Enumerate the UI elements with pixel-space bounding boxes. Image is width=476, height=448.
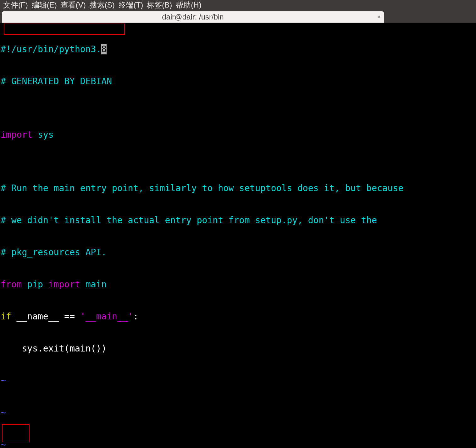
tab-title: dair@dair: /usr/bin [162, 13, 224, 21]
editor-content[interactable]: #!/usr/bin/python3.8 # GENERATED BY DEBI… [1, 23, 475, 448]
code-line-comment: # we didn't install the actual entry poi… [1, 215, 475, 226]
menu-help[interactable]: 帮助(H) [176, 0, 201, 10]
terminal-viewport[interactable]: #!/usr/bin/python3.8 # GENERATED BY DEBI… [0, 23, 476, 448]
code-line-shebang: #!/usr/bin/python3.8 [1, 44, 475, 55]
code-line-import: import sys [1, 130, 475, 140]
menu-tabs[interactable]: 标签(B) [147, 0, 172, 10]
menu-edit[interactable]: 编辑(E) [32, 0, 57, 10]
code-line-comment: # pkg_resources API. [1, 247, 475, 258]
menu-search[interactable]: 搜索(S) [90, 0, 115, 10]
menu-terminal[interactable]: 终端(T) [119, 0, 143, 10]
tab-bar: dair@dair: /usr/bin × [0, 10, 476, 23]
terminal-tab[interactable]: dair@dair: /usr/bin × [2, 11, 384, 23]
menu-bar: 文件(F) 编辑(E) 查看(V) 搜索(S) 终端(T) 标签(B) 帮助(H… [0, 0, 476, 10]
code-line-comment: # Run the main entry point, similarly to… [1, 183, 475, 194]
cursor: 8 [101, 44, 107, 54]
code-line-comment: # GENERATED BY DEBIAN [1, 76, 475, 87]
menu-view[interactable]: 查看(V) [61, 0, 86, 10]
menu-file[interactable]: 文件(F) [3, 0, 28, 10]
code-line-exit: sys.exit(main()) [1, 343, 475, 354]
close-icon[interactable]: × [377, 14, 381, 20]
code-line-from-import: from pip import main [1, 279, 475, 290]
code-line-if: if __name__ == '__main__': [1, 311, 475, 322]
vim-tilde: ~ [1, 375, 475, 386]
vim-tilde: ~ [1, 440, 475, 448]
vim-tilde: ~ [1, 407, 475, 418]
